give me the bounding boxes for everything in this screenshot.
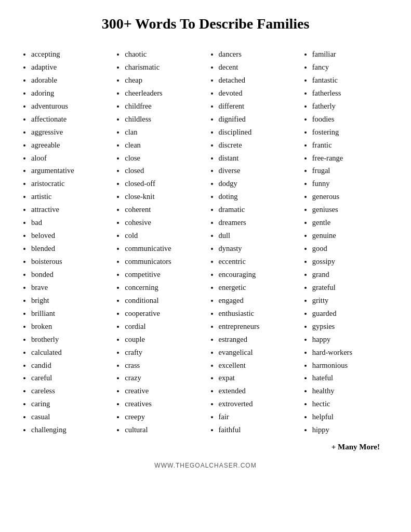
list-item: concerning — [125, 281, 203, 294]
list-item: gentle — [312, 216, 390, 229]
list-item: discrete — [219, 139, 297, 152]
list-item: disciplined — [219, 126, 297, 139]
list-item: closed-off — [125, 177, 203, 190]
list-item: adoring — [31, 87, 109, 100]
list-item: broken — [31, 320, 109, 333]
list-item: dull — [219, 229, 297, 242]
list-item: creative — [125, 384, 203, 397]
list-item: entrepreneurs — [219, 320, 297, 333]
list-item: extroverted — [219, 397, 297, 410]
list-item: cordial — [125, 320, 203, 333]
list-item: devoted — [219, 87, 297, 100]
list-item: creepy — [125, 410, 203, 423]
list-item: dreamers — [219, 216, 297, 229]
list-item: calculated — [31, 346, 109, 359]
list-item: blended — [31, 242, 109, 255]
word-list-col2: chaoticcharismaticcheapcheerleaderschild… — [114, 48, 203, 436]
list-item: careful — [31, 371, 109, 384]
list-item: fancy — [312, 61, 390, 74]
list-item: brotherly — [31, 333, 109, 346]
list-item: gritty — [312, 294, 390, 307]
list-item: funny — [312, 177, 390, 190]
list-item: agreeable — [31, 139, 109, 152]
list-item: adventurous — [31, 100, 109, 113]
list-item: enthusiastic — [219, 307, 297, 320]
list-item: cheap — [125, 74, 203, 87]
list-item: encouraging — [219, 268, 297, 281]
list-item: casual — [31, 410, 109, 423]
list-item: decent — [219, 61, 297, 74]
list-item: dodgy — [219, 177, 297, 190]
list-item: aristocratic — [31, 177, 109, 190]
list-item: clan — [125, 126, 203, 139]
list-item: hippy — [312, 423, 390, 436]
list-item: charismatic — [125, 61, 203, 74]
list-item: guarded — [312, 307, 390, 320]
list-item: foodies — [312, 113, 390, 126]
list-item: close — [125, 152, 203, 165]
list-item: bright — [31, 294, 109, 307]
list-item: fantastic — [312, 74, 390, 87]
list-item: closed — [125, 164, 203, 177]
list-item: different — [219, 100, 297, 113]
list-item: frugal — [312, 164, 390, 177]
list-item: dancers — [219, 48, 297, 61]
list-item: couple — [125, 333, 203, 346]
list-item: argumentative — [31, 164, 109, 177]
list-item: evangelical — [219, 346, 297, 359]
list-item: creatives — [125, 397, 203, 410]
list-item: aloof — [31, 152, 109, 165]
list-item: energetic — [219, 281, 297, 294]
list-item: adaptive — [31, 61, 109, 74]
list-item: bonded — [31, 268, 109, 281]
list-item: affectionate — [31, 113, 109, 126]
list-item: cold — [125, 229, 203, 242]
list-item: bad — [31, 216, 109, 229]
list-item: gossipy — [312, 255, 390, 268]
list-item: good — [312, 242, 390, 255]
list-item: dramatic — [219, 203, 297, 216]
list-item: gypsies — [312, 320, 390, 333]
list-item: careless — [31, 384, 109, 397]
list-item: chaotic — [125, 48, 203, 61]
list-item: fair — [219, 410, 297, 423]
list-item: caring — [31, 397, 109, 410]
list-item: dynasty — [219, 242, 297, 255]
list-item: diverse — [219, 164, 297, 177]
list-item: cheerleaders — [125, 87, 203, 100]
list-item: dignified — [219, 113, 297, 126]
list-item: childfree — [125, 100, 203, 113]
list-item: communicative — [125, 242, 203, 255]
list-item: fatherly — [312, 100, 390, 113]
list-item: childless — [125, 113, 203, 126]
list-item: coherent — [125, 203, 203, 216]
list-item: extended — [219, 384, 297, 397]
list-item: crass — [125, 359, 203, 372]
footer-url: WWW.THEGOALCHASER.COM — [154, 462, 256, 469]
list-item: challenging — [31, 423, 109, 436]
list-item: aggressive — [31, 126, 109, 139]
list-item: genuine — [312, 229, 390, 242]
list-item: healthy — [312, 384, 390, 397]
list-item: distant — [219, 152, 297, 165]
list-item: excellent — [219, 359, 297, 372]
list-item: geniuses — [312, 203, 390, 216]
list-item: free-range — [312, 152, 390, 165]
list-item: cohesive — [125, 216, 203, 229]
list-item: fostering — [312, 126, 390, 139]
list-item: detached — [219, 74, 297, 87]
list-item: beloved — [31, 229, 109, 242]
list-item: conditional — [125, 294, 203, 307]
list-item: engaged — [219, 294, 297, 307]
list-item: communicators — [125, 255, 203, 268]
list-item: crafty — [125, 346, 203, 359]
list-item: harmonious — [312, 359, 390, 372]
list-item: clean — [125, 139, 203, 152]
list-item: boisterous — [31, 255, 109, 268]
list-item: fatherless — [312, 87, 390, 100]
list-item: estranged — [219, 333, 297, 346]
list-item: cultural — [125, 423, 203, 436]
word-list-col4: familiarfancyfantasticfatherlessfatherly… — [302, 48, 390, 436]
list-item: hateful — [312, 371, 390, 384]
list-item: eccentric — [219, 255, 297, 268]
